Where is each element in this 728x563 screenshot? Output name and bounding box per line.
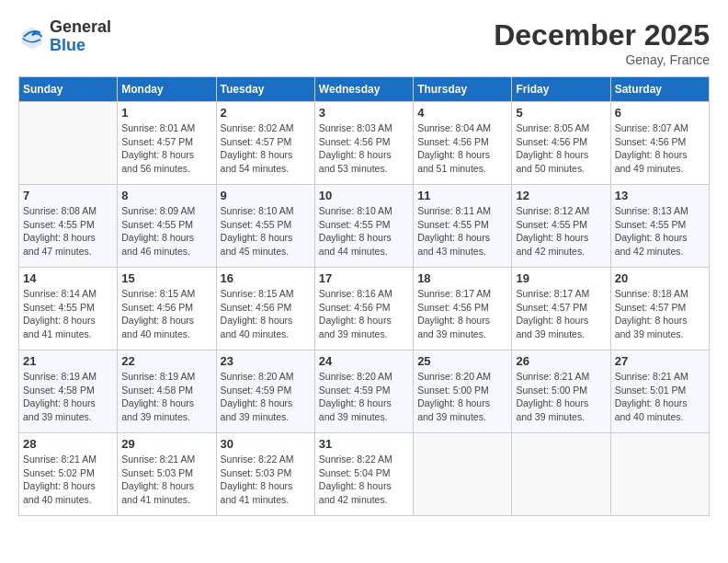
- day-number: 20: [615, 271, 705, 285]
- day-of-week-header: Thursday: [414, 77, 512, 102]
- title-block: December 2025 Genay, France: [494, 18, 710, 67]
- day-info: Sunrise: 8:19 AM Sunset: 4:58 PM Dayligh…: [23, 370, 113, 424]
- day-info: Sunrise: 8:21 AM Sunset: 5:03 PM Dayligh…: [121, 453, 211, 507]
- day-number: 15: [121, 271, 211, 285]
- calendar-day-cell: 19 Sunrise: 8:17 AM Sunset: 4:57 PM Dayl…: [512, 268, 610, 350]
- day-info: Sunrise: 8:09 AM Sunset: 4:55 PM Dayligh…: [121, 204, 211, 259]
- calendar-day-cell: 12 Sunrise: 8:12 AM Sunset: 4:55 PM Dayl…: [512, 185, 610, 268]
- calendar-day-cell: 23 Sunrise: 8:20 AM Sunset: 4:59 PM Dayl…: [216, 350, 314, 433]
- calendar-day-cell: 17 Sunrise: 8:16 AM Sunset: 4:56 PM Dayl…: [314, 268, 413, 350]
- day-number: 31: [319, 437, 409, 451]
- day-info: Sunrise: 8:12 AM Sunset: 4:55 PM Dayligh…: [516, 204, 606, 259]
- day-info: Sunrise: 8:15 AM Sunset: 4:56 PM Dayligh…: [121, 287, 211, 341]
- day-of-week-header: Wednesday: [314, 77, 413, 102]
- day-info: Sunrise: 8:13 AM Sunset: 4:55 PM Dayligh…: [615, 204, 705, 259]
- day-info: Sunrise: 8:07 AM Sunset: 4:56 PM Dayligh…: [615, 121, 705, 176]
- logo: General Blue: [18, 18, 111, 55]
- logo-icon: [18, 23, 46, 51]
- day-of-week-header: Friday: [512, 77, 610, 102]
- page-header: General Blue December 2025 Genay, France: [18, 18, 710, 67]
- calendar-week-row: 21 Sunrise: 8:19 AM Sunset: 4:58 PM Dayl…: [19, 350, 710, 433]
- logo-line1: General: [50, 18, 111, 37]
- day-info: Sunrise: 8:14 AM Sunset: 4:55 PM Dayligh…: [23, 287, 113, 341]
- calendar-day-cell: 24 Sunrise: 8:20 AM Sunset: 4:59 PM Dayl…: [314, 350, 413, 433]
- calendar-day-cell: 22 Sunrise: 8:19 AM Sunset: 4:58 PM Dayl…: [118, 350, 216, 433]
- calendar-day-cell: 13 Sunrise: 8:13 AM Sunset: 4:55 PM Dayl…: [610, 185, 709, 268]
- day-number: 14: [23, 271, 113, 285]
- day-info: Sunrise: 8:21 AM Sunset: 5:02 PM Dayligh…: [23, 453, 113, 507]
- day-info: Sunrise: 8:08 AM Sunset: 4:55 PM Dayligh…: [23, 204, 113, 259]
- day-info: Sunrise: 8:21 AM Sunset: 5:00 PM Dayligh…: [516, 370, 606, 424]
- day-info: Sunrise: 8:17 AM Sunset: 4:57 PM Dayligh…: [516, 287, 606, 341]
- day-number: 11: [417, 189, 507, 202]
- day-of-week-header: Sunday: [19, 77, 118, 102]
- day-number: 23: [221, 354, 311, 368]
- day-of-week-header: Saturday: [610, 77, 709, 102]
- day-info: Sunrise: 8:02 AM Sunset: 4:57 PM Dayligh…: [221, 121, 311, 176]
- calendar-day-cell: 27 Sunrise: 8:21 AM Sunset: 5:01 PM Dayl…: [610, 350, 709, 433]
- day-info: Sunrise: 8:19 AM Sunset: 4:58 PM Dayligh…: [121, 370, 211, 424]
- calendar-day-cell: 29 Sunrise: 8:21 AM Sunset: 5:03 PM Dayl…: [118, 433, 216, 516]
- calendar-day-cell: [610, 433, 709, 516]
- calendar-day-cell: 26 Sunrise: 8:21 AM Sunset: 5:00 PM Dayl…: [512, 350, 610, 433]
- svg-marker-0: [22, 27, 43, 50]
- calendar-day-cell: 6 Sunrise: 8:07 AM Sunset: 4:56 PM Dayli…: [610, 102, 709, 185]
- day-number: 3: [319, 106, 409, 120]
- calendar-day-cell: 8 Sunrise: 8:09 AM Sunset: 4:55 PM Dayli…: [118, 185, 216, 268]
- calendar-day-cell: 7 Sunrise: 8:08 AM Sunset: 4:55 PM Dayli…: [19, 185, 118, 268]
- calendar-day-cell: 1 Sunrise: 8:01 AM Sunset: 4:57 PM Dayli…: [118, 102, 216, 185]
- calendar-day-cell: 16 Sunrise: 8:15 AM Sunset: 4:56 PM Dayl…: [216, 268, 314, 350]
- calendar-day-cell: 21 Sunrise: 8:19 AM Sunset: 4:58 PM Dayl…: [19, 350, 118, 433]
- day-info: Sunrise: 8:17 AM Sunset: 4:56 PM Dayligh…: [417, 287, 507, 341]
- day-number: 28: [23, 437, 113, 451]
- day-number: 6: [615, 106, 705, 120]
- day-info: Sunrise: 8:15 AM Sunset: 4:56 PM Dayligh…: [221, 287, 311, 341]
- calendar-day-cell: 4 Sunrise: 8:04 AM Sunset: 4:56 PM Dayli…: [414, 102, 512, 185]
- day-number: 8: [121, 189, 211, 202]
- calendar-body: 1 Sunrise: 8:01 AM Sunset: 4:57 PM Dayli…: [19, 102, 710, 516]
- day-info: Sunrise: 8:16 AM Sunset: 4:56 PM Dayligh…: [319, 287, 409, 341]
- calendar-day-cell: [414, 433, 512, 516]
- day-info: Sunrise: 8:10 AM Sunset: 4:55 PM Dayligh…: [319, 204, 409, 259]
- logo-line2: Blue: [50, 37, 111, 55]
- calendar-day-cell: 5 Sunrise: 8:05 AM Sunset: 4:56 PM Dayli…: [512, 102, 610, 185]
- day-number: 9: [221, 189, 311, 202]
- day-info: Sunrise: 8:11 AM Sunset: 4:55 PM Dayligh…: [417, 204, 507, 259]
- day-number: 7: [23, 189, 113, 202]
- calendar-day-cell: 15 Sunrise: 8:15 AM Sunset: 4:56 PM Dayl…: [118, 268, 216, 350]
- calendar-day-cell: 9 Sunrise: 8:10 AM Sunset: 4:55 PM Dayli…: [216, 185, 314, 268]
- day-number: 26: [516, 354, 606, 368]
- calendar-week-row: 7 Sunrise: 8:08 AM Sunset: 4:55 PM Dayli…: [19, 185, 710, 268]
- day-info: Sunrise: 8:20 AM Sunset: 4:59 PM Dayligh…: [221, 370, 311, 424]
- calendar-day-cell: 31 Sunrise: 8:22 AM Sunset: 5:04 PM Dayl…: [314, 433, 413, 516]
- day-number: 24: [319, 354, 409, 368]
- day-info: Sunrise: 8:20 AM Sunset: 5:00 PM Dayligh…: [417, 370, 507, 424]
- calendar-day-cell: 25 Sunrise: 8:20 AM Sunset: 5:00 PM Dayl…: [414, 350, 512, 433]
- day-number: 13: [615, 189, 705, 202]
- day-info: Sunrise: 8:22 AM Sunset: 5:03 PM Dayligh…: [221, 453, 311, 507]
- calendar-day-cell: 11 Sunrise: 8:11 AM Sunset: 4:55 PM Dayl…: [414, 185, 512, 268]
- header-row: SundayMondayTuesdayWednesdayThursdayFrid…: [19, 77, 710, 102]
- calendar-day-cell: 3 Sunrise: 8:03 AM Sunset: 4:56 PM Dayli…: [314, 102, 413, 185]
- calendar-day-cell: 14 Sunrise: 8:14 AM Sunset: 4:55 PM Dayl…: [19, 268, 118, 350]
- day-number: 16: [221, 271, 311, 285]
- calendar-day-cell: 20 Sunrise: 8:18 AM Sunset: 4:57 PM Dayl…: [610, 268, 709, 350]
- calendar-table: SundayMondayTuesdayWednesdayThursdayFrid…: [18, 76, 710, 516]
- calendar-day-cell: 2 Sunrise: 8:02 AM Sunset: 4:57 PM Dayli…: [216, 102, 314, 185]
- day-number: 18: [417, 271, 507, 285]
- calendar-day-cell: [512, 433, 610, 516]
- calendar-header: SundayMondayTuesdayWednesdayThursdayFrid…: [19, 77, 710, 102]
- day-of-week-header: Tuesday: [216, 77, 314, 102]
- calendar-day-cell: 28 Sunrise: 8:21 AM Sunset: 5:02 PM Dayl…: [19, 433, 118, 516]
- calendar-day-cell: 18 Sunrise: 8:17 AM Sunset: 4:56 PM Dayl…: [414, 268, 512, 350]
- day-number: 29: [121, 437, 211, 451]
- day-number: 21: [23, 354, 113, 368]
- day-number: 25: [417, 354, 507, 368]
- day-number: 10: [319, 189, 409, 202]
- calendar-week-row: 28 Sunrise: 8:21 AM Sunset: 5:02 PM Dayl…: [19, 433, 710, 516]
- calendar-day-cell: 30 Sunrise: 8:22 AM Sunset: 5:03 PM Dayl…: [216, 433, 314, 516]
- day-info: Sunrise: 8:01 AM Sunset: 4:57 PM Dayligh…: [121, 121, 211, 176]
- day-info: Sunrise: 8:18 AM Sunset: 4:57 PM Dayligh…: [615, 287, 705, 341]
- day-info: Sunrise: 8:20 AM Sunset: 4:59 PM Dayligh…: [319, 370, 409, 424]
- day-number: 30: [221, 437, 311, 451]
